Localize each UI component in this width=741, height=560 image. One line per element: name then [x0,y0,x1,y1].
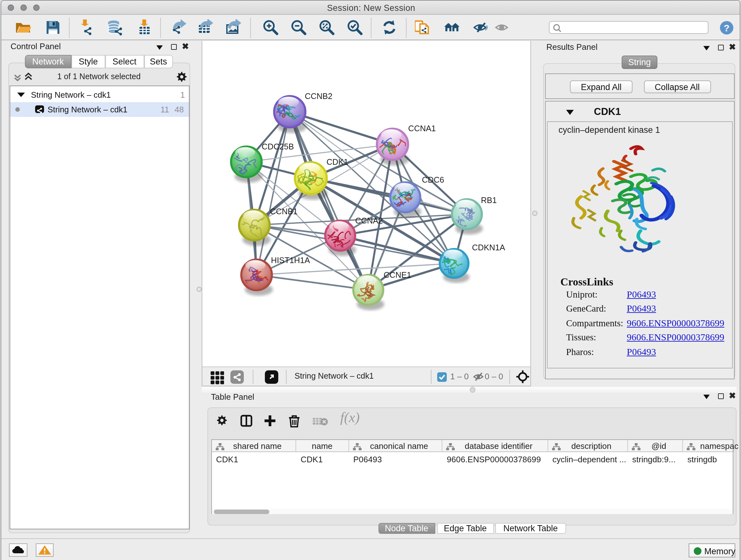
svg-text:CCNB2: CCNB2 [305,91,332,100]
svg-text:RB1: RB1 [481,195,496,204]
svg-text:CCNA2: CCNA2 [355,216,383,225]
svg-text:CDK1: CDK1 [326,157,348,166]
svg-text:CCNB1: CCNB1 [270,206,297,215]
svg-text:CDC25B: CDC25B [261,142,293,151]
svg-text:CCNE1: CCNE1 [383,270,411,279]
svg-text:CDKN1A: CDKN1A [472,243,505,252]
svg-text:CDC6: CDC6 [421,175,444,184]
svg-text:CCNA1: CCNA1 [408,124,435,132]
svg-text:HIST1H1A: HIST1H1A [271,255,310,264]
